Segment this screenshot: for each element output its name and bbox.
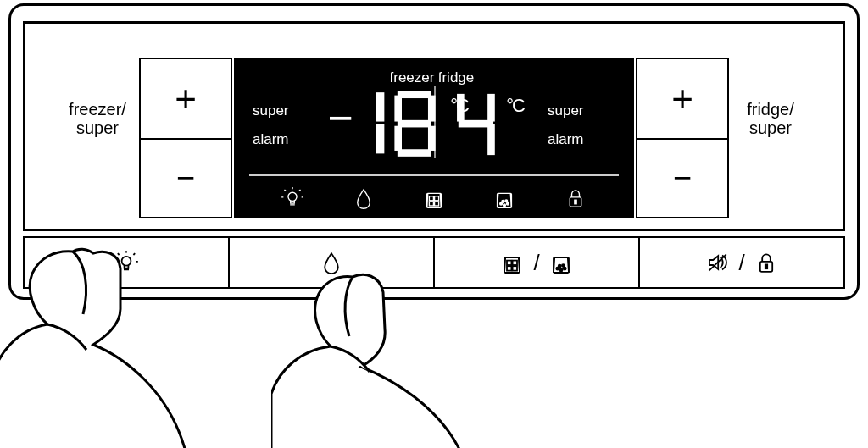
fridge-temp-up-button[interactable]: + [636,58,729,138]
label-text: freezer/ [69,100,126,119]
crushed-ice-icon [548,250,574,275]
svg-rect-22 [395,126,403,151]
fridge-flags: super alarm [548,97,615,154]
label-text: super [749,119,792,137]
svg-rect-20 [395,96,403,122]
lcd-divider [434,86,436,158]
finger-left-illustration [0,245,246,448]
svg-rect-18 [398,120,431,128]
lcd-rule [249,174,619,176]
freezer-flags: super alarm [253,97,320,154]
fridge-temp-controls: + − [636,58,729,218]
separator: / [738,250,744,276]
mute-icon [704,250,730,275]
svg-rect-15 [376,92,384,121]
label-fridge-super: fridge/ super [732,100,809,137]
svg-rect-19 [398,149,431,157]
svg-rect-17 [398,91,431,98]
lcd-status-icons [234,181,634,215]
flag-alarm: alarm [253,125,320,154]
temp-sign: − [327,97,352,147]
fridge-temperature: °C [452,88,524,179]
ice-cubes-icon [499,250,525,275]
separator: / [533,250,539,276]
water-icon [352,186,376,210]
freezer-temp-controls: + − [139,58,232,218]
lcd-display: super alarm super alarm freezer fridge − [234,58,634,218]
flag-alarm: alarm [548,125,615,154]
lock-icon [564,186,587,210]
fridge-title: fridge [405,69,507,86]
light-icon [281,186,304,210]
minus-icon: − [673,160,692,196]
lock-icon [754,250,779,275]
plus-icon: + [175,78,197,120]
temp-unit: °C [506,95,524,117]
plus-icon: + [671,78,693,120]
svg-rect-25 [487,94,495,122]
seven-segment-4 [452,88,504,161]
label-text: super [76,119,119,137]
mute-lock-button[interactable]: / [638,236,845,289]
ice-cubes-icon [422,186,446,210]
label-text: fridge/ [747,100,794,119]
svg-rect-26 [487,124,495,155]
flag-super: super [548,97,615,125]
freezer-temperature: − °C [327,88,468,179]
svg-rect-16 [376,124,384,153]
freezer-temp-up-button[interactable]: + [139,58,232,138]
freezer-temp-down-button[interactable]: − [139,138,232,218]
svg-rect-24 [457,94,465,122]
fridge-temp-down-button[interactable]: − [636,138,729,218]
label-freezer-super: freezer/ super [59,100,136,137]
crushed-ice-icon [492,186,516,210]
display-panel-area: freezer/ super fridge/ super + − + − sup… [23,21,845,231]
finger-right-illustration [271,270,492,448]
lcd-readout: super alarm super alarm freezer fridge − [234,58,634,172]
svg-rect-27 [459,120,493,128]
flag-super: super [253,97,320,125]
minus-icon: − [176,160,195,196]
